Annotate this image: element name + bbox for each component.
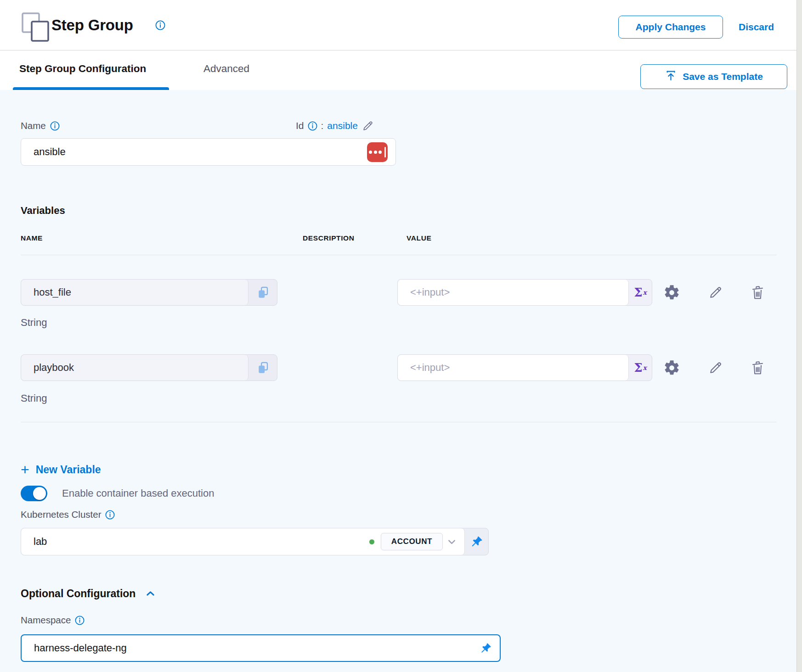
variables-heading: Variables <box>21 205 65 217</box>
variable-row-value-box: Σx <box>397 279 652 306</box>
kubernetes-cluster-select[interactable]: ACCOUNT <box>21 528 465 555</box>
variable-name-input[interactable] <box>21 362 248 374</box>
plus-icon: + <box>21 462 29 477</box>
discard-button[interactable]: Discard <box>739 16 774 39</box>
id-value: ansible <box>327 120 358 131</box>
kubernetes-cluster-control: ACCOUNT <box>21 528 489 555</box>
tab-bar: Step Group Configuration Advanced Save a… <box>0 50 796 90</box>
id-label: Id <box>296 120 304 131</box>
panel-header: Step Group Apply Changes Discard <box>0 0 796 50</box>
scrollbar[interactable] <box>796 0 802 672</box>
kubernetes-cluster-info-icon[interactable] <box>105 510 115 520</box>
variable-row-name-box <box>21 354 277 381</box>
variable-settings-icon[interactable] <box>663 359 680 376</box>
variable-type-label: String <box>21 317 47 329</box>
column-header-description: DESCRIPTION <box>303 234 355 242</box>
kubernetes-cluster-input[interactable] <box>21 536 369 548</box>
id-separator: : <box>321 120 324 131</box>
new-variable-button[interactable]: + New Variable <box>21 460 101 479</box>
copy-icon[interactable] <box>249 280 277 305</box>
pin-icon[interactable] <box>479 642 492 655</box>
variable-settings-icon[interactable] <box>663 284 680 301</box>
variable-row-value-box: Σx <box>397 354 652 381</box>
id-info-icon[interactable] <box>308 121 317 131</box>
container-execution-label: Enable container based execution <box>62 487 214 499</box>
container-execution-toggle[interactable] <box>21 486 47 501</box>
variable-delete-icon[interactable] <box>750 285 765 301</box>
namespace-info-icon[interactable] <box>75 616 85 625</box>
optional-configuration-header[interactable]: Optional Configuration <box>21 586 157 601</box>
kubernetes-cluster-label: Kubernetes Cluster <box>21 508 115 521</box>
tab-advanced[interactable]: Advanced <box>203 50 249 87</box>
table-divider-bottom <box>21 422 777 422</box>
scope-badge: ACCOUNT <box>381 533 443 550</box>
apply-changes-button[interactable]: Apply Changes <box>618 16 723 39</box>
step-group-icon <box>21 12 50 44</box>
chevron-up-icon <box>144 588 157 599</box>
name-info-icon[interactable] <box>50 121 60 131</box>
namespace-input[interactable] <box>22 642 479 654</box>
copy-icon[interactable] <box>249 355 277 381</box>
name-label: Name <box>21 118 60 133</box>
entity-id-row: Id : ansible <box>296 118 374 133</box>
step-group-info-icon[interactable] <box>155 20 165 30</box>
namespace-input-wrap <box>21 634 501 662</box>
variable-delete-icon[interactable] <box>750 360 765 376</box>
password-manager-autofill-icon[interactable] <box>367 142 388 162</box>
variable-edit-icon[interactable] <box>708 360 723 375</box>
page-title: Step Group <box>51 0 133 50</box>
id-edit-icon[interactable] <box>361 120 374 132</box>
content-area <box>0 90 796 672</box>
variable-name-input[interactable] <box>21 286 248 298</box>
variable-row-name-box <box>21 279 277 306</box>
name-input-wrap <box>21 138 396 166</box>
expression-sigma-icon[interactable]: Σx <box>629 280 652 305</box>
variable-type-label: String <box>21 392 47 404</box>
toggle-knob <box>33 487 46 500</box>
namespace-label: Namespace <box>21 613 85 627</box>
upload-icon <box>665 69 677 84</box>
expression-sigma-icon[interactable]: Σx <box>629 355 652 381</box>
container-execution-row: Enable container based execution <box>21 485 214 502</box>
variable-edit-icon[interactable] <box>708 285 723 300</box>
step-group-panel: Step Group Apply Changes Discard Step Gr… <box>0 0 802 672</box>
save-as-template-button[interactable]: Save as Template <box>640 64 787 89</box>
column-header-name: NAME <box>21 234 43 242</box>
column-header-value: VALUE <box>407 234 431 242</box>
tab-step-group-configuration[interactable]: Step Group Configuration <box>19 50 146 87</box>
chevron-down-icon[interactable] <box>446 536 458 548</box>
variable-value-input[interactable] <box>398 362 628 374</box>
pin-icon[interactable] <box>465 528 488 555</box>
variable-value-input[interactable] <box>398 286 628 298</box>
name-input[interactable] <box>21 146 367 158</box>
table-divider-top <box>21 255 777 255</box>
connector-status-dot <box>369 539 374 544</box>
